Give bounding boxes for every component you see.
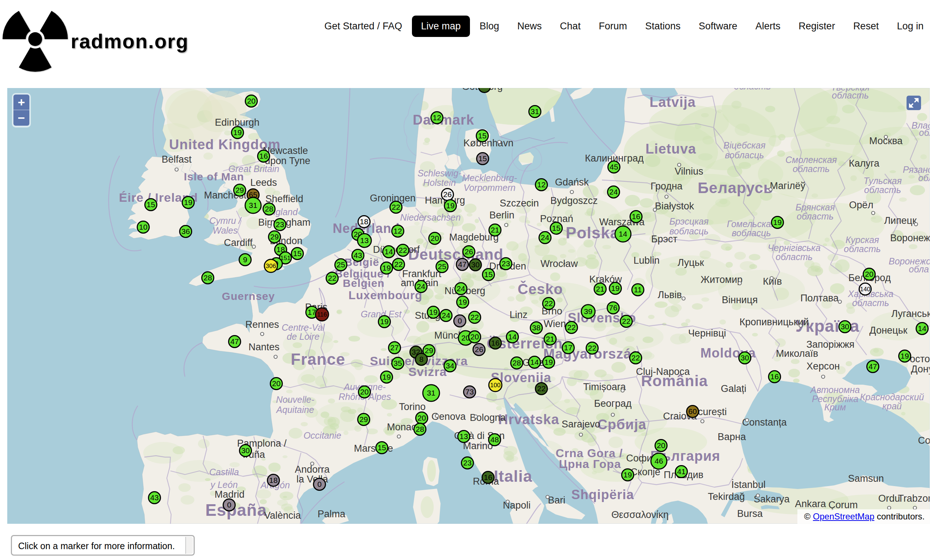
svg-text:край: край [882,401,902,411]
svg-text:Гомельская: Гомельская [727,219,776,229]
svg-text:Vilnius: Vilnius [675,166,703,177]
svg-text:13: 13 [360,236,369,245]
svg-text:19: 19 [623,471,632,479]
svg-text:Wales: Wales [213,225,238,235]
svg-text:Смоленская: Смоленская [786,155,837,165]
svg-text:Česko: Česko [517,281,563,297]
svg-text:15: 15 [478,131,486,140]
svg-text:Latvija: Latvija [650,95,696,110]
svg-text:Italia: Italia [494,467,532,485]
svg-text:14: 14 [918,324,926,332]
svg-text:Bari: Bari [548,495,565,506]
svg-text:35: 35 [394,359,402,367]
svg-text:16: 16 [259,152,268,160]
svg-text:19: 19 [544,358,553,366]
svg-text:обл: обл [918,173,930,183]
svg-text:Madrid: Madrid [215,489,245,500]
svg-text:Leeds: Leeds [250,177,277,188]
svg-text:14: 14 [619,230,627,238]
svg-text:Szczecin: Szczecin [500,198,539,209]
svg-text:вобласць: вобласць [725,150,764,160]
svg-text:область: область [793,164,830,174]
svg-text:22: 22 [567,323,576,331]
svg-text:28: 28 [204,274,212,282]
svg-text:43: 43 [353,251,362,259]
svg-text:23: 23 [502,259,510,268]
svg-text:17: 17 [307,308,316,316]
svg-text:14: 14 [384,248,393,256]
svg-text:27: 27 [390,343,398,352]
svg-text:Samsun: Samsun [848,473,884,484]
svg-text:Орёл: Орёл [849,200,874,211]
svg-text:İstanbul: İstanbul [732,479,766,490]
svg-text:20: 20 [470,332,479,341]
svg-text:16: 16 [770,372,778,381]
svg-text:24: 24 [609,188,618,196]
svg-text:Vorpommern: Vorpommern [463,183,516,193]
svg-text:Wrocław: Wrocław [540,258,578,269]
svg-text:14: 14 [508,332,517,341]
svg-text:Чернівці: Чернівці [688,328,726,339]
svg-text:Львів: Львів [658,289,682,300]
svg-text:Чернігівська: Чернігівська [768,243,821,253]
svg-text:Автономна: Автономна [810,385,860,395]
svg-text:y León: y León [210,480,238,490]
svg-text:Cardiff: Cardiff [224,237,253,248]
svg-text:Nantes: Nantes [249,342,279,352]
svg-text:Trabzon: Trabzon [898,493,930,504]
svg-text:22: 22 [394,260,403,268]
svg-text:29: 29 [270,232,278,241]
svg-text:Linz: Linz [509,309,528,320]
svg-text:47: 47 [869,362,877,371]
svg-text:Cymru /: Cymru / [209,215,242,226]
svg-text:43: 43 [150,493,159,502]
svg-text:12: 12 [394,227,402,235]
svg-text:12: 12 [432,113,441,122]
svg-text:Nouvelle-: Nouvelle- [276,394,314,405]
svg-text:Брянская: Брянская [796,202,835,212]
svg-text:Луганськ: Луганськ [891,308,930,319]
svg-text:26: 26 [443,190,451,198]
svg-text:València: València [264,510,301,521]
svg-text:Херсон: Херсон [806,361,840,372]
svg-text:19: 19 [380,317,388,326]
svg-text:Timișoara: Timișoara [583,382,626,392]
svg-text:Belfast: Belfast [162,154,192,165]
svg-text:Брэст: Брэст [651,234,678,245]
svg-text:Гродна: Гродна [650,181,683,192]
svg-text:Mecklenburg-: Mecklenburg- [462,173,517,183]
svg-text:область: область [797,211,834,221]
svg-text:19: 19 [611,284,619,292]
svg-text:Wien: Wien [543,318,566,329]
svg-text:30: 30 [741,354,749,362]
svg-text:Сочи: Сочи [918,435,930,446]
svg-text:16: 16 [491,339,499,347]
svg-text:Holstein: Holstein [423,177,456,188]
svg-text:8: 8 [419,355,423,363]
svg-text:Тульская: Тульская [863,176,901,186]
svg-text:Донецьк: Донецьк [869,325,908,336]
svg-text:12: 12 [537,180,545,189]
svg-text:Београд: Београд [594,398,632,409]
svg-text:41: 41 [677,467,685,475]
svg-text:Србија: Србија [597,417,646,432]
svg-text:20: 20 [360,388,369,396]
svg-text:область: область [864,185,901,195]
svg-text:11: 11 [634,285,642,294]
svg-text:30: 30 [471,260,479,269]
svg-text:47: 47 [230,337,239,346]
svg-text:Ankara: Ankara [795,498,826,509]
svg-text:45: 45 [610,163,618,171]
svg-text:28: 28 [265,205,273,213]
svg-text:38: 38 [532,323,540,332]
svg-text:23: 23 [276,220,284,229]
svg-text:46: 46 [655,457,663,465]
svg-text:20: 20 [431,234,439,242]
svg-text:24: 24 [541,233,550,242]
svg-text:19: 19 [446,202,454,210]
svg-text:30: 30 [841,322,849,331]
svg-text:обл: обл [919,128,930,138]
svg-text:39: 39 [584,307,592,315]
svg-text:18: 18 [269,476,278,484]
svg-text:вобласць: вобласць [732,228,771,238]
